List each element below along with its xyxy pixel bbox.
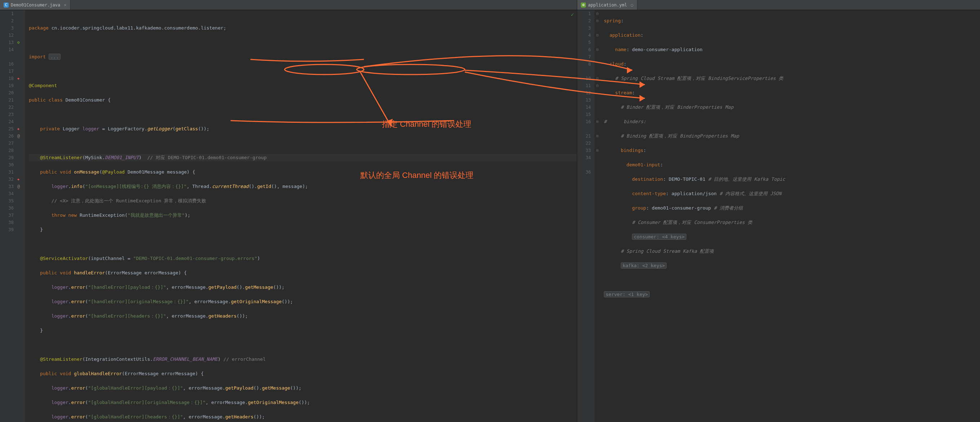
annotation-text-2: 默认的全局 Channel 的错误处理 xyxy=(360,170,473,181)
annotation-icon xyxy=(17,183,25,190)
right-tabs: ⚙ application.yml ○ xyxy=(577,0,980,10)
tab-java[interactable]: C Demo01Consumer.java × xyxy=(0,0,71,10)
ide-container: C Demo01Consumer.java × 1 2 3 12 13 14 1… xyxy=(0,0,980,422)
spring-bean-icon xyxy=(17,39,25,46)
java-file-icon: C xyxy=(3,3,9,8)
close-icon[interactable]: ○ xyxy=(630,3,633,8)
breakpoint-icon xyxy=(17,75,25,82)
left-gutter-marks xyxy=(17,10,25,422)
annotation-text-1: 指定 Channel 的错误处理 xyxy=(382,119,471,130)
fold-indicator[interactable]: kafka: <2 keys> xyxy=(621,262,667,269)
tab-yaml[interactable]: ⚙ application.yml ○ xyxy=(577,0,637,10)
left-editor-pane: C Demo01Consumer.java × 1 2 3 12 13 14 1… xyxy=(0,0,577,422)
java-code[interactable]: ✓ package cn.iocoder.springcloud.labx11.… xyxy=(25,10,577,422)
left-gutter: 1 2 3 12 13 14 16 17 18 19 20 21 22 23 2… xyxy=(0,10,17,422)
annotation-icon xyxy=(17,133,25,140)
tab-java-label: Demo01Consumer.java xyxy=(11,3,60,8)
close-icon[interactable]: × xyxy=(64,3,66,8)
fold-indicator[interactable]: server: <1 key> xyxy=(604,291,650,297)
left-tabs: C Demo01Consumer.java × xyxy=(0,0,577,10)
yaml-code[interactable]: spring: application: name: demo-consumer… xyxy=(600,10,980,422)
right-editor[interactable]: 1 2 3 4 5 6 7 8 10 11 12 13 14 15 16 21 … xyxy=(577,10,980,422)
yaml-file-icon: ⚙ xyxy=(581,3,586,8)
right-editor-pane: ⚙ application.yml ○ 1 2 3 4 5 6 7 8 10 1… xyxy=(577,0,980,422)
right-fold-column: ⊟⊟⊟ ⊟⊟ ⊟ ⊞⊞⊞ xyxy=(595,10,600,422)
right-gutter: 1 2 3 4 5 6 7 8 10 11 12 13 14 15 16 21 … xyxy=(577,10,595,422)
breakpoint-icon xyxy=(17,125,25,133)
breakpoint-icon xyxy=(17,176,25,183)
check-icon: ✓ xyxy=(571,11,574,18)
tab-yaml-label: application.yml xyxy=(588,3,627,8)
left-editor[interactable]: 1 2 3 12 13 14 16 17 18 19 20 21 22 23 2… xyxy=(0,10,577,422)
fold-indicator[interactable]: ... xyxy=(49,54,60,60)
fold-indicator[interactable]: consumer: <4 keys> xyxy=(632,234,686,240)
